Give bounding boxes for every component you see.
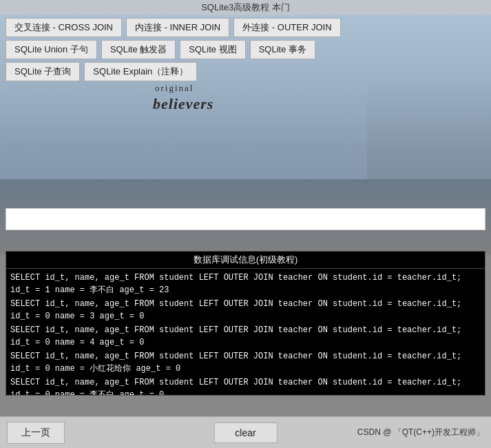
nav-union[interactable]: SQLite Union 子句 [6, 40, 97, 59]
nav-outer-join[interactable]: 外连接 - OUTER JOIN [233, 18, 340, 37]
prev-page-button[interactable]: 上一页 [7, 422, 65, 444]
console-line-1: SELECT id_t, name, age_t FROM student LE… [10, 298, 481, 323]
nav-area: 交叉连接 - CROSS JOIN 内连接 - INNER JOIN 外连接 -… [0, 15, 491, 84]
credit-text: CSDN @ 「QT(C++)开发工程师」 [357, 427, 484, 438]
search-input[interactable] [6, 208, 485, 230]
console-line-0: SELECT id_t, name, age_t FROM student LE… [10, 272, 481, 296]
nav-trigger[interactable]: SQLite 触发器 [101, 40, 176, 59]
console-panel: 数据库调试信息(初级教程) SELECT id_t, name, age_t F… [6, 251, 485, 396]
title-bar: SQLite3高级教程 本门 [0, 0, 491, 15]
nav-subquery[interactable]: SQLite 子查询 [6, 62, 80, 81]
console-content: SELECT id_t, name, age_t FROM student LE… [6, 269, 485, 395]
clear-button[interactable]: clear [213, 422, 277, 443]
nav-transaction[interactable]: SQLite 事务 [250, 40, 315, 59]
nav-cross-join[interactable]: 交叉连接 - CROSS JOIN [6, 18, 122, 37]
nav-view[interactable]: SQLite 视图 [180, 40, 245, 59]
nav-inner-join[interactable]: 内连接 - INNER JOIN [126, 18, 229, 37]
nav-row-3: SQLite 子查询 SQLite Explain（注释） [6, 62, 485, 81]
bottom-bar: 上一页 clear CSDN @ 「QT(C++)开发工程师」 [0, 416, 491, 448]
console-line-3: SELECT id_t, name, age_t FROM student LE… [10, 350, 481, 375]
console-line-4: SELECT id_t, name, age_t FROM student LE… [10, 376, 481, 395]
console-title: 数据库调试信息(初级教程) [6, 252, 485, 269]
console-line-2: SELECT id_t, name, age_t FROM student LE… [10, 324, 481, 349]
nav-row-2: SQLite Union 子句 SQLite 触发器 SQLite 视图 SQL… [6, 40, 485, 59]
original-text: original [155, 83, 194, 94]
nav-explain[interactable]: SQLite Explain（注释） [84, 62, 197, 81]
title-text: SQLite3高级教程 本门 [201, 1, 290, 14]
believers-text: believers [153, 95, 213, 113]
nav-row-1: 交叉连接 - CROSS JOIN 内连接 - INNER JOIN 外连接 -… [6, 18, 485, 37]
